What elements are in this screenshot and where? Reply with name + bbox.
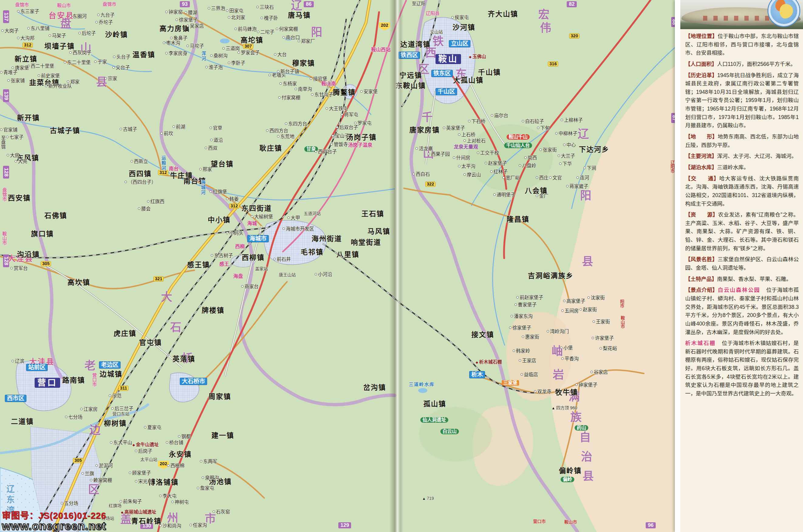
map-label-sm: 王家店: [519, 358, 536, 363]
map-label-sm: 曹家堡子: [515, 302, 537, 307]
map-label-lg: 沙岭镇: [105, 31, 128, 38]
map-label-sm: 平香沟: [561, 357, 579, 361]
map-label-site: 玉佛山: [469, 54, 486, 59]
page-edge: [675, 0, 680, 532]
map-label-bpink: 鞍山市: [57, 3, 71, 8]
map-label-sm: 赵家街: [579, 307, 597, 312]
map-label-pink: 鞍山南: [321, 81, 336, 87]
map-label-sm: 大台: [274, 52, 287, 57]
map-label-org: 三家堡: [502, 380, 519, 386]
map-label-bpink: 盘锦市: [103, 2, 116, 7]
map-label-lg: 新开镇: [17, 114, 40, 121]
map-label-sm: 江家房: [80, 407, 98, 412]
map-label-sm: 太平沟: [458, 164, 476, 169]
section-title: 【风景名胜】: [685, 256, 718, 262]
map-label-lg: 宁远镇: [399, 72, 422, 79]
map-label-sm: 通明堡子: [493, 192, 515, 197]
map-label-pchar: 盘: [60, 18, 71, 30]
panel-section: 【地理位置】位于鞍山市中部，东北与鞍山市辖区、辽阳市相邻，西与营口市接壤，北与盘…: [685, 32, 799, 57]
panel-section: 【主要河流】浑河、太子河、大辽河、海城河。: [685, 152, 799, 160]
map-label-lg: 官屯镇: [139, 339, 162, 346]
map-label-sm: 赖家窝棚: [90, 478, 112, 483]
map-label-blue: 大石桥市: [180, 378, 207, 385]
map-label-sm: 北刘家: [228, 15, 245, 20]
map-label-sg: 偏岭: [561, 477, 574, 482]
map-label-pageref: 86: [304, 1, 314, 7]
map-label-sm: 红旗堡: [210, 189, 227, 194]
map-label-pageref: 128: [3, 166, 9, 178]
panel-sections: 【地理位置】位于鞍山市中部，东北与鞍山市辖区、辽阳市相邻，西与营口市接壤，北与盘…: [680, 29, 803, 398]
map-label-red: 营口市: [533, 519, 546, 524]
map-label-sm: 示范: [109, 394, 121, 398]
map-label-sm: 文官: [549, 175, 562, 180]
panel-section: 【人口面积】人口110万，面积2566平方千米。: [685, 60, 799, 69]
map-label-sm: 中心: [563, 143, 576, 148]
map-label-sm: 工交干校: [477, 151, 499, 155]
map-label-sm: 宝山子: [332, 134, 349, 138]
map-label-sm: 马坨子: [187, 44, 204, 49]
map-label-pageref: 96: [646, 522, 656, 528]
spot-name: 析木城石棚: [685, 340, 722, 346]
map-label-sm: 七分场: [65, 415, 83, 420]
map-label-pchar: 大: [161, 291, 172, 303]
map-label-sm: 付家窝棚: [278, 95, 300, 100]
map-label-sm: 宋光村: [135, 479, 152, 484]
map-labels-layer: 9386828887137139128128130129963123123123…: [0, 0, 679, 532]
map-label-sm: 金厂: [536, 194, 549, 198]
map-label-dir: 至辽阳: [412, 1, 425, 6]
map-label-pchar: 千: [422, 112, 433, 124]
map-label-sm: 夏家屯: [144, 425, 161, 430]
panel-section: 【资 源】农业发达，素有“辽南粮仓”之称。主产高粱、玉米、水稻、谷子、大豆等，盛…: [685, 211, 799, 253]
map-label-sm: 五间房: [561, 308, 579, 314]
map-label-riv: 海城河: [200, 180, 205, 195]
map-label-sm: 下石桥: [468, 119, 485, 124]
map-label-sm: 将军屯: [341, 112, 358, 117]
map-label-shield: 305: [73, 458, 83, 463]
map-label-mtn: 719: [422, 496, 434, 501]
stone-inscription: [703, 16, 775, 21]
map-label-pchar: 石: [170, 322, 181, 334]
map-label-lg: 穆家镇: [292, 59, 315, 67]
map-label-sm: 徐家堡子: [175, 18, 198, 22]
map-label-sm: 蒋家崴子: [566, 184, 588, 189]
map-label-pink: 感王: [219, 262, 229, 267]
map-label-sm: 后坨子: [78, 31, 96, 36]
map-label-lg: 石佛镇: [44, 212, 67, 219]
map-label-lg: 沟沿镇: [17, 251, 40, 258]
map-label-sm: 枣木沟: [163, 41, 180, 45]
panel-photo: [680, 0, 803, 29]
map-label-navy: 鞍山: [436, 54, 461, 64]
section-title: 【交 通】: [685, 175, 720, 182]
map-label-sm: 小河沿: [314, 272, 332, 277]
map-label-sm: 西植棉: [167, 463, 185, 468]
map-label-sm: 赏军台: [10, 266, 28, 271]
map-label-sm: 象鼻子: [170, 36, 188, 41]
map-label-sm: 李大屯: [159, 494, 177, 499]
map-label-sm: 头台子: [113, 55, 131, 59]
section-title: 【景点介绍】: [685, 287, 718, 293]
map-label-pageref: 129: [338, 522, 351, 528]
map-label-sm: 韩姜: [226, 197, 239, 202]
map-label-lg: 东鞍山镇: [396, 82, 426, 89]
map-label-sm: 活龙寨: [416, 146, 433, 151]
map-review-number: 审图号：JS(2016)01-226: [2, 508, 106, 521]
map-label-pchar: 族: [570, 412, 581, 423]
map-label-sm: 益临店: [520, 372, 538, 377]
map-label-sm: 英家堡子: [443, 126, 465, 131]
map-label-sm: 西白石: [413, 172, 430, 177]
map-label-sm: 邢家: [199, 167, 212, 172]
map-label-sm: 郑家厂: [298, 39, 315, 44]
map-label-site: 金牛山遗址: [132, 442, 159, 447]
map-label-sm: 沙和尚沟: [159, 524, 181, 528]
map-label-sm: 下涧: [584, 166, 596, 171]
map-label-sm: 西新立: [131, 159, 148, 164]
map-label-sm: 西双台子: [314, 149, 337, 154]
map-label-sm: 西二十里堡: [27, 64, 54, 69]
map-label-st: 太平山站: [140, 457, 157, 462]
panel-section: 【风景名胜】三家堡自然保护区、白云山森林公园、金塔、仙人洞遗址等。: [685, 255, 799, 272]
watermark: 审图号：JS(2016)01-226 www.onegreen.net: [2, 508, 106, 532]
map-label-lg: 沙河镇: [453, 24, 475, 31]
map-label-pink: 南台: [169, 166, 178, 172]
map-label-sm: 李家房身: [165, 51, 187, 56]
map-label-pchar: 岩: [553, 369, 564, 381]
